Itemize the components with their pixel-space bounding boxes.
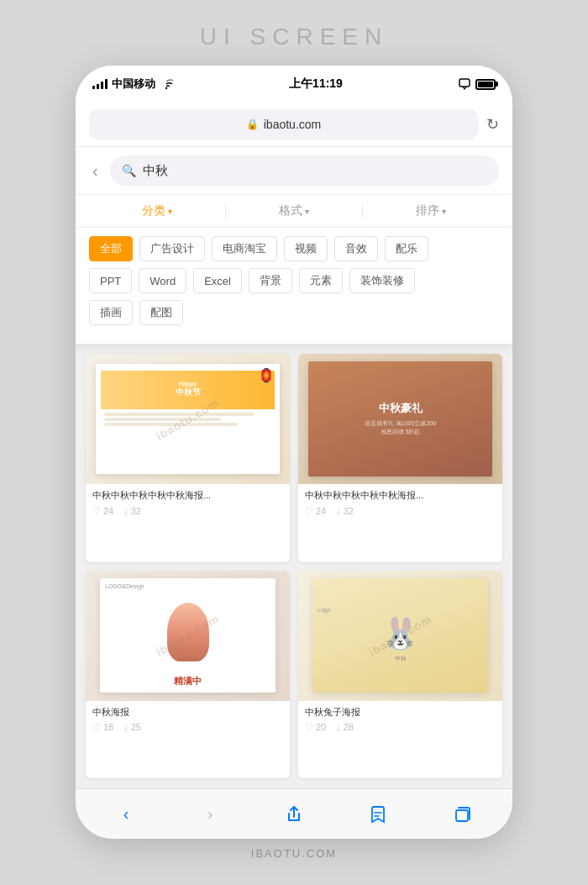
poster-2-sub: 送店就有礼 满1000立减200感恩回馈 5折起 xyxy=(365,419,436,436)
refresh-icon[interactable]: ↻ xyxy=(486,115,499,134)
search-back-button[interactable]: ‹ xyxy=(89,160,102,182)
content-card-4[interactable]: Logo 🐰 中秋 ibaotu.com 中秋兔子海报 ♡ 20 ↓ xyxy=(298,571,502,779)
card-image-2: 中秋豪礼 送店就有礼 满1000立减200感恩回馈 5折起 ibaotu.com xyxy=(298,354,502,484)
card-title-2: 中秋中秋中秋中秋中秋海报... xyxy=(305,489,496,502)
filter-category[interactable]: 分类 ▾ xyxy=(89,203,225,219)
nav-share-button[interactable] xyxy=(276,796,312,833)
bookmark-icon xyxy=(369,805,387,824)
tag-match-image[interactable]: 配图 xyxy=(139,300,183,325)
address-bar[interactable]: 🔒 ibaotu.com xyxy=(89,109,478,140)
nav-tabs-button[interactable] xyxy=(444,796,480,833)
search-icon: 🔍 xyxy=(122,164,136,177)
heart-icon-4: ♡ xyxy=(305,722,313,733)
download-icon-2: ↓ xyxy=(336,506,341,516)
poster-3-company: LOGO&Design xyxy=(105,583,144,589)
card-downloads-3: ↓ 25 xyxy=(123,722,141,732)
tag-ad-design[interactable]: 广告设计 xyxy=(139,236,205,261)
status-left: 中国移动 xyxy=(92,76,173,92)
tag-illustration[interactable]: 插画 xyxy=(89,300,133,325)
status-right xyxy=(459,78,496,90)
signal-bar-3 xyxy=(101,82,103,89)
tabs-icon xyxy=(453,805,471,824)
content-card-2[interactable]: 中秋豪礼 送店就有礼 满1000立减200感恩回馈 5折起 ibaotu.com… xyxy=(298,354,502,562)
tag-excel[interactable]: Excel xyxy=(193,268,242,293)
phone-frame: 中国移动 上午11:19 🔒 ibaotu.com ↻ xyxy=(76,66,512,839)
filter-sort[interactable]: 排序 ▾ xyxy=(363,203,499,219)
content-card-1[interactable]: Happy 中秋节 🏮 ibaotu.com 中秋中秋中秋中秋中秋海报... xyxy=(86,354,290,562)
wifi-icon xyxy=(160,79,173,89)
lock-icon: 🔒 xyxy=(246,119,259,130)
poster-4-text: 中秋 xyxy=(395,655,407,663)
category-row-2: PPT Word Excel 背景 元素 装饰装修 xyxy=(89,268,499,293)
card-image-3: LOGO&Design 精满中 ibaotu.com xyxy=(86,571,290,701)
battery-icon xyxy=(475,79,496,90)
tag-ppt[interactable]: PPT xyxy=(89,268,132,293)
card-title-4: 中秋兔子海报 xyxy=(305,706,496,719)
poster-2-title: 中秋豪礼 xyxy=(379,402,423,416)
bottom-nav: ‹ › xyxy=(76,788,512,839)
carrier-label: 中国移动 xyxy=(112,76,155,92)
likes-count-2: 24 xyxy=(316,506,326,516)
signal-bar-1 xyxy=(92,86,95,89)
poster-design-4: Logo 🐰 中秋 xyxy=(312,578,488,693)
tag-all[interactable]: 全部 xyxy=(89,236,133,261)
downloads-count-4: 28 xyxy=(344,722,354,732)
tag-sfx[interactable]: 音效 xyxy=(334,236,378,261)
likes-count-4: 20 xyxy=(316,722,326,732)
share-icon xyxy=(285,805,303,824)
tag-ecommerce[interactable]: 电商淘宝 xyxy=(212,236,277,261)
svg-rect-1 xyxy=(459,79,470,87)
signal-bar-4 xyxy=(105,79,108,89)
filter-format[interactable]: 格式 ▾ xyxy=(226,203,362,219)
poster-4-logo: Logo xyxy=(318,607,331,613)
tag-music[interactable]: 配乐 xyxy=(385,236,428,261)
search-area: ‹ 🔍 中秋 xyxy=(76,147,512,195)
signal-icon xyxy=(92,79,108,89)
card-downloads-4: ↓ 28 xyxy=(336,722,354,732)
card-image-1: Happy 中秋节 🏮 ibaotu.com xyxy=(86,354,290,484)
tag-word[interactable]: Word xyxy=(139,268,186,293)
poster-1-happy: Happy xyxy=(179,381,197,387)
tag-decoration[interactable]: 装饰装修 xyxy=(349,268,415,293)
poster-3-title: 精满中 xyxy=(174,675,202,687)
chevron-down-icon-sort: ▾ xyxy=(442,207,446,216)
filter-bar: 分类 ▾ 格式 ▾ 排序 ▾ xyxy=(76,195,512,228)
content-card-3[interactable]: LOGO&Design 精满中 ibaotu.com 中秋海报 ♡ 18 ↓ xyxy=(86,571,290,779)
poster-design-2: 中秋豪礼 送店就有礼 满1000立减200感恩回馈 5折起 xyxy=(308,361,492,476)
heart-icon-3: ♡ xyxy=(92,722,101,733)
category-row-3: 插画 配图 xyxy=(89,300,499,325)
card-info-3: 中秋海报 ♡ 18 ↓ 25 xyxy=(86,701,290,738)
downloads-count-2: 32 xyxy=(344,506,354,516)
chevron-down-icon-format: ▾ xyxy=(305,207,309,216)
tag-background[interactable]: 背景 xyxy=(249,268,292,293)
poster-1-decoration: 🏮 xyxy=(258,367,275,383)
download-icon-1: ↓ xyxy=(123,506,129,516)
battery-fill xyxy=(478,82,493,87)
download-icon-4: ↓ xyxy=(336,722,341,732)
poster-design-3: LOGO&Design 精满中 xyxy=(100,578,276,693)
poster-line-1 xyxy=(104,413,255,416)
poster-1-body xyxy=(101,409,275,426)
url-text: ibaotu.com xyxy=(264,118,321,131)
nav-bookmark-button[interactable] xyxy=(360,796,396,833)
filter-category-label: 分类 xyxy=(142,203,165,219)
downloads-count-1: 32 xyxy=(131,506,141,516)
card-downloads-2: ↓ 32 xyxy=(336,506,354,516)
poster-line-2 xyxy=(104,418,221,421)
download-icon-3: ↓ xyxy=(123,722,129,732)
svg-rect-2 xyxy=(456,810,468,821)
category-area: 全部 广告设计 电商淘宝 视频 音效 配乐 PPT Word Excel 背景 … xyxy=(76,228,512,344)
card-title-3: 中秋海报 xyxy=(92,706,283,719)
nav-forward-button[interactable]: › xyxy=(192,796,228,833)
card-likes-3: ♡ 18 xyxy=(92,722,113,733)
poster-line-3 xyxy=(104,423,238,426)
poster-3-figure xyxy=(167,603,209,661)
tag-element[interactable]: 元素 xyxy=(299,268,343,293)
status-time: 上午11:19 xyxy=(289,76,343,92)
card-image-4: Logo 🐰 中秋 ibaotu.com xyxy=(298,571,502,701)
search-box[interactable]: 🔍 中秋 xyxy=(110,155,499,186)
card-downloads-1: ↓ 32 xyxy=(123,506,141,516)
tag-video[interactable]: 视频 xyxy=(284,236,328,261)
likes-count-3: 18 xyxy=(103,722,113,732)
nav-back-button[interactable]: ‹ xyxy=(108,796,144,833)
